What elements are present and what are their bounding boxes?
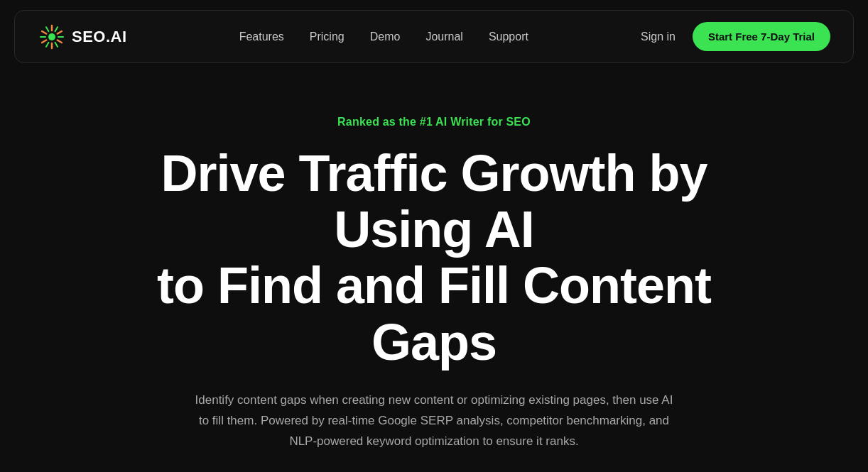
svg-line-7 <box>46 42 49 46</box>
svg-line-8 <box>42 40 46 43</box>
hero-title: Drive Traffic Growth by Using AI to Find… <box>114 146 754 371</box>
hero-section: Ranked as the #1 AI Writer for SEO Drive… <box>0 73 868 472</box>
nav-link-support[interactable]: Support <box>489 31 528 43</box>
navbar: SEO.AI Features Pricing Demo Journal Sup… <box>14 10 854 63</box>
sign-in-link[interactable]: Sign in <box>641 31 676 43</box>
nav-cta-button[interactable]: Start Free 7-Day Trial <box>693 22 830 51</box>
nav-link-journal[interactable]: Journal <box>425 31 462 43</box>
svg-line-2 <box>58 31 62 34</box>
nav-link-features[interactable]: Features <box>239 31 284 43</box>
svg-line-4 <box>58 40 62 43</box>
svg-line-1 <box>55 27 58 31</box>
svg-line-5 <box>55 42 58 46</box>
navbar-right: Sign in Start Free 7-Day Trial <box>641 22 830 51</box>
nav-link-pricing[interactable]: Pricing <box>310 31 345 43</box>
hero-title-line2: to Find and Fill Content Gaps <box>157 257 711 370</box>
svg-point-12 <box>48 33 55 40</box>
hero-title-line1: Drive Traffic Growth by Using AI <box>161 145 707 258</box>
logo-text: SEO.AI <box>72 28 127 46</box>
hero-description: Identify content gaps when creating new … <box>192 390 676 452</box>
svg-line-11 <box>46 27 49 31</box>
logo-area: SEO.AI <box>38 23 127 51</box>
svg-line-10 <box>42 31 46 34</box>
hero-badge: Ranked as the #1 AI Writer for SEO <box>337 116 531 128</box>
logo-icon <box>38 23 66 51</box>
nav-links: Features Pricing Demo Journal Support <box>239 31 528 43</box>
nav-link-demo[interactable]: Demo <box>370 31 401 43</box>
